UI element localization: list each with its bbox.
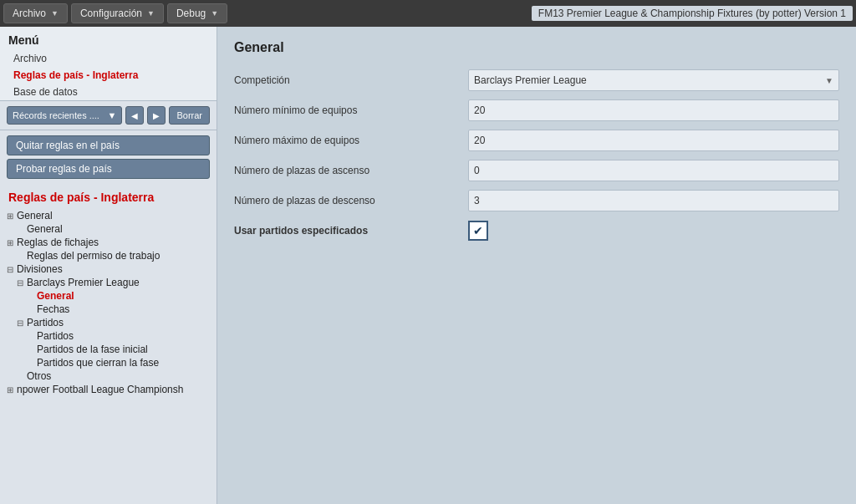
form-label-5: Usar partidos especificados — [234, 225, 468, 237]
tree-item-label: Otros — [27, 370, 51, 382]
recent-arrow-icon: ▼ — [108, 110, 117, 120]
configuracion-arrow-icon: ▼ — [147, 9, 155, 18]
tree-item[interactable]: ⊟Divisiones — [0, 262, 217, 276]
debug-menu-btn[interactable]: Debug ▼ — [167, 3, 227, 23]
tree-item-label: Partidos — [27, 317, 64, 328]
tree-item[interactable]: Reglas del permiso de trabajo — [0, 249, 217, 262]
form-input-3[interactable] — [468, 160, 839, 181]
expand-icon[interactable]: ⊟ — [13, 278, 27, 288]
sidebar-menu-item-archivo[interactable]: Archivo — [0, 50, 217, 67]
sidebar-menu-item-reglas[interactable]: Reglas de país - Inglaterra — [0, 67, 217, 84]
debug-arrow-icon: ▼ — [211, 9, 218, 18]
tree-item-label: Reglas del permiso de trabajo — [27, 250, 160, 262]
form-input-2[interactable] — [468, 130, 839, 151]
tree-item-label: General — [37, 290, 74, 302]
archivo-label: Archivo — [13, 8, 46, 19]
tree-item-label: Divisiones — [17, 263, 63, 275]
tree-item[interactable]: Otros — [0, 369, 217, 383]
form-label-4: Número de plazas de descenso — [234, 195, 468, 206]
main-content: General CompeticiónBarclays Premier Leag… — [217, 27, 856, 504]
tree-item[interactable]: General — [0, 222, 217, 236]
sidebar-menu-item-basedatos[interactable]: Base de datos — [0, 84, 217, 100]
tree-item-label: Barclays Premier League — [27, 277, 140, 288]
competition-select[interactable]: Barclays Premier League▼ — [468, 69, 839, 91]
configuracion-label: Configuración — [80, 8, 142, 19]
tree-item-label: Partidos de la fase inicial — [37, 344, 148, 355]
expand-icon[interactable]: ⊞ — [3, 385, 17, 395]
sidebar-controls: Récords recientes .... ▼ ◀ ▶ Borrar — [0, 100, 217, 130]
configuracion-menu-btn[interactable]: Configuración ▼ — [71, 3, 164, 23]
app-title: FM13 Premier League & Championship Fixtu… — [532, 6, 853, 21]
debug-label: Debug — [176, 8, 206, 19]
tree-item[interactable]: Partidos que cierran la fase — [0, 356, 217, 369]
tree-item-label: Partidos — [37, 330, 74, 342]
tree-item-label: Fechas — [37, 303, 69, 315]
action-buttons: Quitar reglas en el país Probar reglas d… — [0, 130, 217, 184]
expand-icon[interactable]: ⊞ — [3, 238, 17, 247]
form-label-2: Número máximo de equipos — [234, 135, 468, 146]
form-row-1: Número mínimo de equipos — [234, 99, 839, 122]
tree-item[interactable]: ⊞General — [0, 209, 217, 222]
sidebar: Menú Archivo Reglas de país - Inglaterra… — [0, 27, 217, 504]
archivo-menu-btn[interactable]: Archivo ▼ — [3, 3, 68, 23]
recent-records-btn[interactable]: Récords recientes .... ▼ — [7, 106, 122, 125]
expand-icon[interactable]: ⊞ — [3, 211, 17, 221]
form-row-0: CompeticiónBarclays Premier League▼ — [234, 69, 839, 92]
expand-icon[interactable]: ⊟ — [13, 318, 27, 328]
tree-item-label: Reglas de fichajes — [17, 237, 99, 248]
select-arrow-icon: ▼ — [825, 76, 833, 85]
tree-item-label: General — [17, 210, 53, 221]
archivo-arrow-icon: ▼ — [51, 9, 59, 18]
tree-item[interactable]: Fechas — [0, 303, 217, 316]
test-rules-btn[interactable]: Probar reglas de país — [7, 159, 210, 179]
expand-icon[interactable]: ⊟ — [3, 265, 17, 274]
main-layout: Menú Archivo Reglas de país - Inglaterra… — [0, 27, 856, 504]
tree-item[interactable]: General — [0, 289, 217, 303]
tree-item[interactable]: ⊞npower Football League Championsh — [0, 383, 217, 396]
form-row-3: Número de plazas de ascenso — [234, 159, 839, 182]
form-label-3: Número de plazas de ascenso — [234, 165, 468, 176]
delete-btn[interactable]: Borrar — [169, 106, 210, 125]
tree-title: Reglas de país - Inglaterra — [0, 184, 217, 207]
recent-label: Récords recientes .... — [13, 110, 99, 120]
nav-prev-btn[interactable]: ◀ — [125, 106, 144, 125]
tree-item-label: Partidos que cierran la fase — [37, 357, 159, 369]
form-section: CompeticiónBarclays Premier League▼Númer… — [234, 69, 839, 242]
form-row-4: Número de plazas de descenso — [234, 189, 839, 212]
tree-item-label: General — [27, 223, 63, 235]
form-label-1: Número mínimo de equipos — [234, 104, 468, 116]
page-title: General — [234, 40, 839, 55]
form-input-4[interactable] — [468, 190, 839, 211]
tree-item[interactable]: ⊞Reglas de fichajes — [0, 236, 217, 249]
tree-item[interactable]: Partidos de la fase inicial — [0, 343, 217, 356]
menu-title: Menú — [0, 27, 217, 50]
competition-select-value: Barclays Premier League — [474, 74, 587, 86]
tree-area[interactable]: ⊞GeneralGeneral⊞Reglas de fichajesReglas… — [0, 207, 217, 504]
form-input-1[interactable] — [468, 99, 839, 121]
tree-item[interactable]: ⊟Barclays Premier League — [0, 276, 217, 289]
form-label-0: Competición — [234, 74, 468, 86]
specified-matches-checkbox[interactable] — [468, 221, 488, 241]
tree-item[interactable]: ⊟Partidos — [0, 316, 217, 329]
tree-item[interactable]: Partidos — [0, 329, 217, 343]
nav-next-btn[interactable]: ▶ — [147, 106, 166, 125]
remove-rules-btn[interactable]: Quitar reglas en el país — [7, 135, 210, 155]
form-row-5: Usar partidos especificados — [234, 219, 839, 242]
tree-item-label: npower Football League Championsh — [17, 384, 183, 395]
form-row-2: Número máximo de equipos — [234, 129, 839, 152]
toolbar: Archivo ▼ Configuración ▼ Debug ▼ FM13 P… — [0, 0, 856, 27]
